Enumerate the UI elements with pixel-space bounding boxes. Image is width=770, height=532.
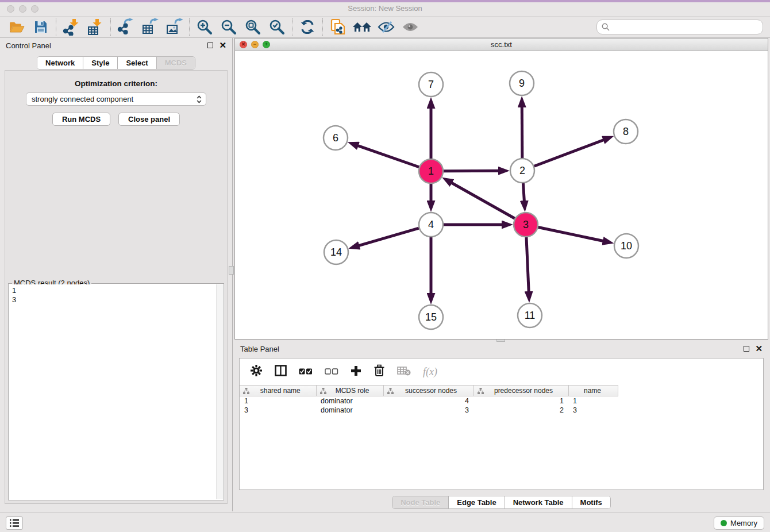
import-table-icon bbox=[87, 18, 104, 36]
network-close-button[interactable]: ✕ bbox=[240, 41, 247, 48]
zoom-selected-icon bbox=[269, 19, 285, 35]
graph-node-6[interactable]: 6 bbox=[324, 126, 348, 150]
network-zoom-button[interactable]: + bbox=[263, 41, 270, 48]
cell-MCDS-role[interactable]: dominator bbox=[316, 396, 383, 406]
hide-graphics-button[interactable] bbox=[374, 17, 398, 37]
criterion-select[interactable]: strongly connected component bbox=[26, 92, 206, 106]
graph-node-7[interactable]: 7 bbox=[419, 72, 443, 97]
unselect-all-columns-button[interactable] bbox=[325, 367, 338, 377]
cell-shared-name[interactable]: 3 bbox=[240, 406, 316, 415]
toolbar-separator bbox=[292, 18, 292, 36]
graph-node-11[interactable]: 11 bbox=[518, 303, 542, 327]
export-network-button[interactable] bbox=[114, 17, 138, 37]
graph-edge-4-14[interactable] bbox=[353, 228, 419, 247]
delete-column-button[interactable] bbox=[374, 364, 385, 379]
toolbar-separator bbox=[56, 18, 56, 36]
duplicate-network-button[interactable] bbox=[326, 17, 350, 37]
network-minimize-button[interactable]: − bbox=[251, 41, 259, 48]
table-close-button[interactable]: ✕ bbox=[755, 346, 763, 352]
cell-shared-name[interactable]: 1 bbox=[240, 396, 316, 406]
network-window-titlebar[interactable]: ✕ − + scc.txt bbox=[235, 38, 768, 51]
graph-edge-1-6[interactable] bbox=[352, 144, 419, 167]
column-header-shared-name[interactable]: shared name bbox=[240, 385, 316, 396]
gear-icon bbox=[250, 364, 263, 377]
cell-successor-nodes[interactable]: 3 bbox=[383, 406, 473, 415]
zoom-in-button[interactable] bbox=[192, 17, 217, 37]
cell-predecessor-nodes[interactable]: 1 bbox=[473, 396, 568, 406]
search-field[interactable] bbox=[596, 20, 763, 34]
network-canvas[interactable]: 7968124314101511 bbox=[235, 51, 768, 339]
show-column-panel-button[interactable] bbox=[275, 365, 287, 379]
function-builder-button-disabled: f(x) bbox=[423, 366, 437, 378]
graph-node-4[interactable]: 4 bbox=[419, 213, 443, 237]
task-history-button[interactable] bbox=[6, 516, 23, 530]
mcds-result-text[interactable]: 1 3 bbox=[9, 284, 216, 499]
tab-network-table[interactable]: Network Table bbox=[505, 496, 572, 508]
graph-node-8[interactable]: 8 bbox=[614, 119, 638, 144]
graph-edge-2-3[interactable] bbox=[523, 183, 525, 207]
tab-style[interactable]: Style bbox=[83, 57, 117, 69]
run-mcds-button[interactable]: Run MCDS bbox=[52, 113, 110, 126]
zoom-fit-button[interactable] bbox=[241, 17, 265, 37]
trash-icon bbox=[374, 364, 385, 377]
status-bar: Memory bbox=[0, 512, 770, 532]
cell-name[interactable]: 1 bbox=[568, 396, 618, 406]
close-panel-button[interactable]: ✕ bbox=[219, 43, 226, 48]
save-session-button[interactable] bbox=[29, 17, 53, 37]
column-header-successor-nodes[interactable]: successor nodes bbox=[383, 385, 473, 396]
column-header-name[interactable]: name bbox=[568, 385, 618, 396]
graph-node-3[interactable]: 3 bbox=[514, 213, 538, 237]
search-input[interactable] bbox=[610, 21, 763, 33]
import-table-button[interactable] bbox=[83, 17, 107, 37]
graph-node-2[interactable]: 2 bbox=[510, 159, 534, 183]
cell-predecessor-nodes[interactable]: 2 bbox=[473, 406, 568, 415]
table-settings-button[interactable] bbox=[250, 364, 263, 379]
graph-edge-1-2[interactable] bbox=[444, 171, 505, 171]
zoom-selected-button[interactable] bbox=[265, 17, 289, 37]
tab-node-table[interactable]: Node Table bbox=[392, 496, 448, 508]
show-graphics-button[interactable] bbox=[398, 17, 422, 37]
tab-network[interactable]: Network bbox=[37, 57, 83, 69]
close-panel-button-mcds[interactable]: Close panel bbox=[118, 113, 180, 126]
home-layout-button[interactable] bbox=[350, 17, 374, 37]
graph-node-9[interactable]: 9 bbox=[510, 71, 534, 95]
graph-edge-3-11[interactable] bbox=[526, 237, 529, 298]
result-scrollbar[interactable] bbox=[216, 284, 223, 499]
graph-edge-3-10[interactable] bbox=[538, 228, 610, 242]
export-image-button[interactable] bbox=[162, 17, 186, 37]
graph-node-10[interactable]: 10 bbox=[614, 234, 638, 258]
graph-node-15[interactable]: 15 bbox=[419, 305, 443, 329]
column-header-MCDS-role[interactable]: MCDS role bbox=[316, 385, 383, 396]
tab-mcds[interactable]: MCDS bbox=[156, 57, 195, 69]
graph-edge-2-8[interactable] bbox=[534, 138, 610, 167]
table-panel-header: Table Panel ✕ bbox=[234, 342, 768, 356]
float-panel-button[interactable] bbox=[207, 43, 213, 48]
export-table-button[interactable] bbox=[138, 17, 162, 37]
select-all-columns-button[interactable] bbox=[299, 367, 313, 377]
memory-button[interactable]: Memory bbox=[714, 516, 764, 530]
graph-node-14[interactable]: 14 bbox=[324, 240, 348, 264]
table-row[interactable]: 3dominator323 bbox=[240, 406, 763, 415]
import-network-button[interactable] bbox=[59, 17, 83, 37]
tab-select[interactable]: Select bbox=[117, 57, 156, 69]
cell-MCDS-role[interactable]: dominator bbox=[316, 406, 383, 415]
control-panel-title: Control Panel bbox=[6, 41, 207, 50]
graph-node-1[interactable]: 1 bbox=[419, 159, 443, 183]
tab-motifs[interactable]: Motifs bbox=[572, 496, 610, 508]
application-window: Session: New Session bbox=[0, 0, 770, 532]
refresh-layout-button[interactable] bbox=[295, 17, 319, 37]
open-file-button[interactable] bbox=[5, 17, 29, 37]
table-row[interactable]: 1dominator411 bbox=[240, 396, 763, 406]
column-header-predecessor-nodes[interactable]: predecessor nodes bbox=[473, 385, 568, 396]
create-column-button[interactable] bbox=[351, 365, 361, 379]
graph-edge-2-9[interactable] bbox=[522, 101, 522, 158]
tab-edge-table[interactable]: Edge Table bbox=[448, 496, 504, 508]
cell-successor-nodes[interactable]: 4 bbox=[383, 396, 473, 406]
zoom-out-button[interactable] bbox=[217, 17, 241, 37]
zoom-out-icon bbox=[221, 19, 237, 35]
graph-edge-3-1[interactable] bbox=[446, 180, 515, 218]
cell-name[interactable]: 3 bbox=[568, 406, 618, 415]
column-type-icon bbox=[243, 388, 249, 394]
table-float-button[interactable] bbox=[744, 346, 749, 352]
vertical-splitter-grip[interactable] bbox=[229, 266, 234, 275]
